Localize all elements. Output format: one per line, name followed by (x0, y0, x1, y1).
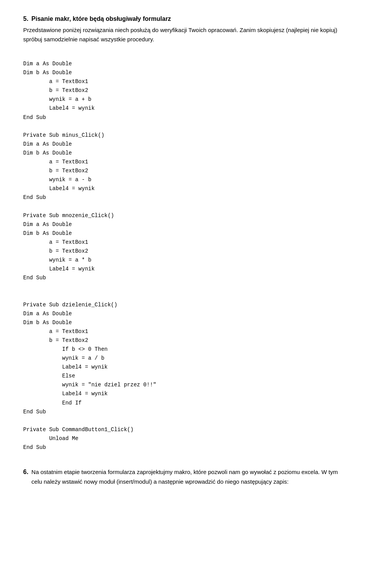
page-wrapper: 5. Pisanie makr, które będą obsługiwały … (23, 15, 348, 487)
section6-number: 6. (23, 469, 28, 476)
section6-header: 6. Na ostatnim etapie tworzenia formular… (23, 467, 348, 487)
section6-wrapper: 6. Na ostatnim etapie tworzenia formular… (23, 467, 348, 487)
section5-title: Pisanie makr, które będą obsługiwały for… (31, 15, 171, 22)
code-block-section5: Dim a As Double Dim b As Double a = Text… (23, 53, 348, 458)
section5-number: 5. (23, 15, 28, 22)
section5-intro: Przedstawione poniżej rozwiązania niech … (23, 25, 348, 44)
section6-text: Na ostatnim etapie tworzenia formularza … (31, 467, 348, 487)
section5-header: 5. Pisanie makr, które będą obsługiwały … (23, 15, 348, 22)
